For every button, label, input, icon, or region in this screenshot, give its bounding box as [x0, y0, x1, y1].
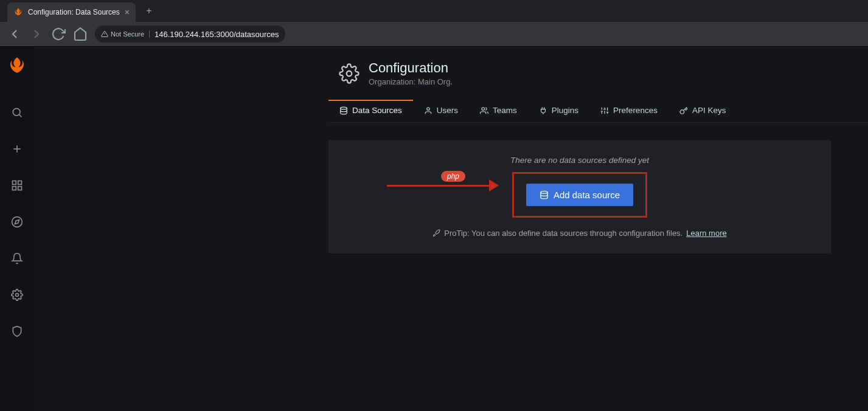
tab-label: Users: [437, 106, 458, 115]
protip-text: ProTip: You can also define data sources…: [444, 229, 682, 238]
gear-icon: [338, 63, 360, 85]
tab-users[interactable]: Users: [413, 100, 469, 122]
config-tabs: Data Sources Users Teams Plugins Prefere…: [328, 100, 868, 123]
svg-point-8: [12, 217, 23, 227]
new-tab-button[interactable]: +: [141, 2, 158, 19]
page-header: Configuration Organization: Main Org.: [338, 47, 868, 86]
sidebar-search[interactable]: [5, 100, 29, 125]
sliders-icon: [600, 106, 609, 115]
browser-chrome: Configuration: Data Sources × + Not Secu…: [0, 0, 868, 47]
address-bar: Not Secure 146.190.244.165:3000/datasour…: [0, 22, 868, 46]
sidebar-admin[interactable]: [5, 319, 29, 344]
not-secure-badge: Not Secure: [101, 30, 150, 38]
svg-point-14: [482, 107, 485, 110]
database-icon: [540, 190, 549, 199]
grafana-favicon-icon: [13, 7, 23, 17]
sidebar-alerting[interactable]: [5, 246, 29, 271]
learn-more-link[interactable]: Learn more: [686, 229, 726, 238]
page-title: Configuration: [369, 60, 453, 76]
tab-label: Plugins: [552, 106, 578, 115]
url-text: 146.190.244.165:3000/datasources: [155, 30, 279, 39]
sidebar-explore[interactable]: [5, 210, 29, 234]
protip-row: ProTip: You can also define data sources…: [328, 229, 831, 238]
tab-label: API Keys: [692, 106, 726, 115]
sidebar-dashboards[interactable]: [5, 173, 29, 198]
data-sources-panel: There are no data sources defined yet ph…: [328, 140, 831, 254]
svg-point-24: [541, 191, 547, 193]
svg-marker-9: [15, 219, 19, 224]
svg-point-13: [426, 107, 429, 110]
home-button[interactable]: [73, 27, 88, 41]
add-data-source-button[interactable]: Add data source: [526, 184, 633, 206]
database-icon: [339, 106, 348, 115]
browser-tab[interactable]: Configuration: Data Sources ×: [7, 2, 136, 22]
close-tab-icon[interactable]: ×: [125, 7, 130, 17]
sidebar-configuration[interactable]: [5, 283, 29, 307]
svg-rect-7: [13, 187, 16, 190]
page-subtitle: Organization: Main Org.: [369, 77, 453, 86]
tab-teams[interactable]: Teams: [469, 100, 528, 122]
svg-point-12: [341, 107, 347, 109]
tab-preferences[interactable]: Preferences: [589, 100, 668, 122]
annotation-arrow: [387, 179, 499, 192]
annotation-highlight-box: Add data source: [512, 172, 647, 218]
browser-tab-bar: Configuration: Data Sources × +: [0, 0, 868, 22]
app-root: Configuration Organization: Main Org. Da…: [0, 47, 868, 411]
tab-data-sources[interactable]: Data Sources: [328, 100, 413, 122]
not-secure-label: Not Secure: [111, 30, 144, 38]
add-button-label: Add data source: [554, 190, 620, 200]
reload-button[interactable]: [51, 27, 66, 41]
forward-button[interactable]: [29, 27, 44, 41]
tab-label: Preferences: [613, 106, 658, 115]
tab-plugins[interactable]: Plugins: [528, 100, 589, 122]
svg-rect-4: [13, 181, 16, 185]
key-icon: [679, 106, 688, 115]
svg-point-11: [347, 71, 352, 76]
tab-api-keys[interactable]: API Keys: [668, 100, 737, 122]
tab-label: Teams: [493, 106, 517, 115]
sidebar-logo[interactable]: [5, 53, 29, 77]
users-icon: [480, 106, 488, 115]
sidebar: [0, 47, 34, 411]
svg-point-0: [13, 108, 20, 116]
empty-state-message: There are no data sources defined yet: [328, 156, 831, 165]
svg-point-10: [16, 294, 19, 297]
plug-icon: [539, 106, 547, 115]
main-content: Configuration Organization: Main Org. Da…: [34, 47, 868, 411]
user-icon: [424, 106, 432, 115]
tab-label: Data Sources: [352, 106, 402, 115]
svg-rect-5: [18, 181, 22, 185]
annotation-php-badge: php: [441, 171, 465, 182]
svg-line-1: [19, 115, 22, 117]
rocket-icon: [432, 229, 440, 237]
svg-rect-6: [18, 187, 22, 190]
sidebar-create[interactable]: [5, 137, 29, 161]
browser-tab-title: Configuration: Data Sources: [28, 8, 120, 16]
url-box[interactable]: Not Secure 146.190.244.165:3000/datasour…: [95, 26, 285, 43]
back-button[interactable]: [7, 27, 22, 41]
